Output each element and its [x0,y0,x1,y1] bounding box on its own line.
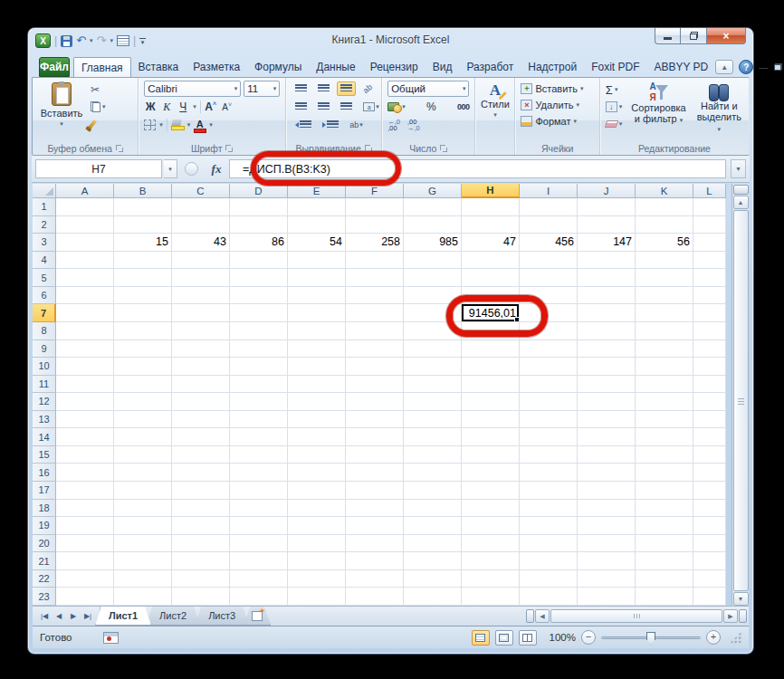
zoom-slider-thumb[interactable] [646,632,655,645]
cell-D9[interactable] [230,340,288,359]
cell-D8[interactable] [230,322,288,340]
cell-A17[interactable] [56,482,114,500]
cell-G9[interactable] [404,340,462,359]
cell-A13[interactable] [56,411,114,429]
cell-G15[interactable] [404,446,462,464]
cell-K15[interactable] [636,446,693,464]
cell-K21[interactable] [636,552,693,570]
zoom-out-button[interactable]: − [581,630,596,645]
cell-K10[interactable] [636,358,693,376]
cell-A8[interactable] [56,322,114,340]
cell-L17[interactable] [693,482,726,500]
cell-B16[interactable] [114,464,172,482]
column-header-I[interactable]: I [520,184,578,198]
cell-H3[interactable]: 47 [462,234,520,252]
row-header-3[interactable]: 3 [33,234,56,252]
cell-H11[interactable] [462,376,520,394]
row-header-21[interactable]: 21 [33,552,56,570]
zoom-in-button[interactable]: + [706,630,721,645]
cell-C17[interactable] [172,482,230,500]
cell-K2[interactable] [636,216,693,234]
sheet-tab-лист2[interactable]: Лист2 [146,607,200,626]
format-painter-button[interactable] [89,117,108,131]
increase-indent-button[interactable] [319,118,342,132]
cell-D22[interactable] [230,570,288,588]
cell-D20[interactable] [230,535,288,553]
cell-E6[interactable] [288,287,346,305]
horizontal-split-handle[interactable] [739,609,747,623]
row-header-11[interactable]: 11 [33,376,56,394]
tab-foxit-pdf[interactable]: Foxit PDF [584,57,646,77]
cell-F3[interactable]: 258 [346,234,404,252]
cell-A4[interactable] [56,252,114,270]
cell-A22[interactable] [56,570,114,588]
accounting-format-button[interactable]: ▾ [387,101,406,113]
cell-F6[interactable] [346,287,404,305]
vertical-split-handle[interactable] [733,185,749,195]
cell-K5[interactable] [636,269,693,287]
row-header-7[interactable]: 7 [33,304,56,322]
cell-C2[interactable] [172,216,230,234]
row-header-8[interactable]: 8 [33,322,56,340]
font-color-icon[interactable]: А [194,120,206,131]
cell-E9[interactable] [288,340,346,359]
clear-button[interactable]: ▾ [604,117,625,131]
resize-grip[interactable] [730,632,741,644]
cell-B9[interactable] [114,340,172,359]
cell-J7[interactable] [578,304,636,322]
cell-C20[interactable] [172,535,230,553]
cell-B7[interactable] [114,304,172,322]
cell-I20[interactable] [520,535,578,553]
vertical-scroll-thumb[interactable] [733,210,749,591]
increase-decimal-button[interactable]: ←,0,00 [387,119,400,131]
cell-H12[interactable] [462,393,520,411]
row-header-4[interactable]: 4 [33,252,56,270]
cell-J9[interactable] [578,340,636,359]
fill-button[interactable]: ↓▾ [604,100,625,114]
cell-A10[interactable] [56,358,114,376]
cell-H2[interactable] [462,216,520,234]
cell-H18[interactable] [462,500,520,518]
bold-button[interactable]: Ж [144,100,157,113]
cell-L18[interactable] [693,500,726,518]
cell-F12[interactable] [346,393,404,411]
cell-I18[interactable] [520,500,578,518]
cell-C10[interactable] [172,358,230,376]
cell-E20[interactable] [288,535,346,553]
cell-E12[interactable] [288,393,346,411]
cell-C19[interactable] [172,517,230,535]
prev-sheet-icon[interactable]: ◀ [53,612,65,620]
cell-E3[interactable]: 54 [288,234,346,252]
cell-J20[interactable] [578,535,636,553]
cell-L8[interactable] [693,322,726,340]
cell-K14[interactable] [636,428,693,446]
cell-J17[interactable] [578,482,636,500]
normal-view-button[interactable] [472,630,490,646]
row-header-6[interactable]: 6 [33,287,56,305]
cell-D7[interactable] [230,304,288,322]
row-header-18[interactable]: 18 [33,500,56,518]
cell-L9[interactable] [693,340,726,359]
tab-рецензир[interactable]: Рецензир [363,57,425,77]
cell-J22[interactable] [578,570,636,588]
expand-formula-bar-icon[interactable]: ▾ [731,159,746,178]
row-header-20[interactable]: 20 [33,535,56,553]
fill-color-icon[interactable] [171,120,184,130]
cell-B21[interactable] [114,552,172,570]
last-sheet-icon[interactable]: ▶| [81,612,94,620]
cell-D19[interactable] [230,517,288,535]
number-format-combo[interactable]: Общий▾ [387,81,469,97]
cell-G13[interactable] [404,411,462,429]
cell-A19[interactable] [56,517,114,535]
merge-center-button[interactable]: a▾ [359,100,383,114]
tab-split-handle[interactable] [526,609,534,623]
horizontal-scrollbar[interactable]: ◀ ▶ [524,607,749,626]
row-header-10[interactable]: 10 [33,358,56,376]
sheet-tab-лист1[interactable]: Лист1 [95,607,151,626]
cell-B5[interactable] [114,269,172,287]
cell-J21[interactable] [578,552,636,570]
cell-L22[interactable] [693,570,726,588]
insert-function-button[interactable]: fx [206,162,227,177]
cell-H14[interactable] [462,428,520,446]
cell-K3[interactable]: 56 [636,234,693,252]
